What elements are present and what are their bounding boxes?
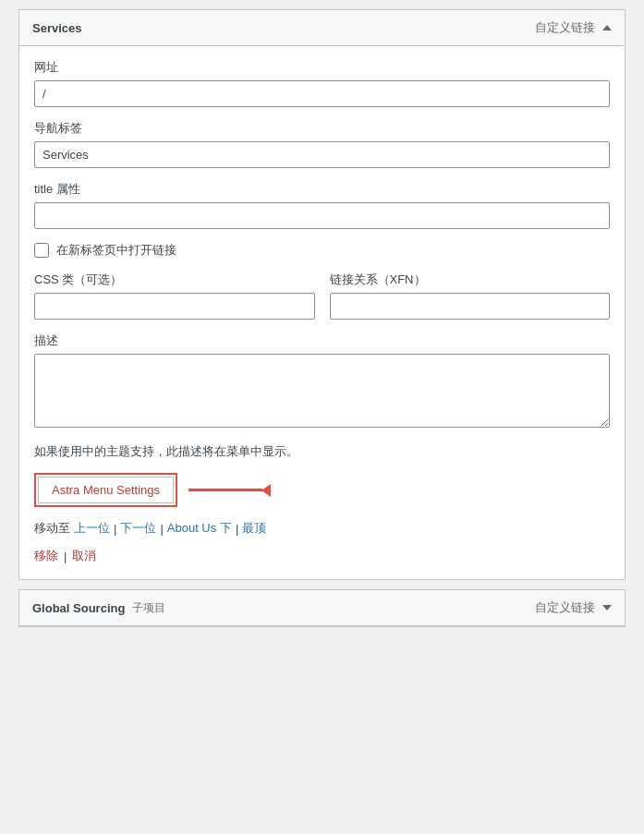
url-input[interactable] [34, 80, 610, 107]
arrow-indicator [185, 484, 271, 497]
global-sourcing-panel: Global Sourcing 子项目 自定义链接 [18, 589, 626, 627]
url-group: 网址 [34, 59, 610, 107]
collapse-icon [602, 25, 612, 30]
global-sourcing-title-group: Global Sourcing 子项目 [32, 600, 165, 616]
desc-label: 描述 [34, 332, 610, 349]
services-panel-header-right: 自定义链接 [535, 19, 612, 36]
global-sourcing-header[interactable]: Global Sourcing 子项目 自定义链接 [19, 590, 625, 626]
services-panel: Services 自定义链接 网址 导航标签 title 属性 [18, 9, 626, 580]
hint-text: 如果使用中的主题支持，此描述将在菜单中显示。 [34, 443, 610, 460]
nav-label-group: 导航标签 [34, 120, 610, 168]
action-links: 移除 | 取消 [34, 548, 610, 564]
move-links: 移动至 上一位 | 下一位 | About Us 下 | 最顶 [34, 520, 610, 537]
arrow-shaft [188, 489, 262, 491]
nav-sep-2: | [160, 522, 163, 536]
css-xfn-row: CSS 类（可选） 链接关系（XFN） [34, 272, 610, 320]
title-attr-input[interactable] [34, 202, 610, 229]
open-new-tab-checkbox[interactable] [34, 243, 49, 258]
link-rel-input[interactable] [330, 293, 611, 320]
css-class-label: CSS 类（可选） [34, 272, 315, 288]
move-top-link[interactable]: 最顶 [242, 520, 266, 537]
move-down-link[interactable]: 下一位 [120, 520, 156, 537]
link-rel-label: 链接关系（XFN） [330, 272, 611, 288]
cancel-link[interactable]: 取消 [72, 548, 96, 564]
services-panel-body: 网址 导航标签 title 属性 在新标签页中打开链接 CSS 类（可选） [19, 46, 625, 579]
title-attr-group: title 属性 [34, 181, 610, 229]
astra-menu-settings-button[interactable]: Astra Menu Settings [38, 477, 174, 503]
css-class-input[interactable] [34, 293, 315, 320]
nav-sep-3: | [236, 522, 238, 536]
desc-textarea[interactable] [34, 354, 610, 428]
arrow-head [261, 484, 271, 497]
custom-link-label: 自定义链接 [535, 19, 595, 36]
title-attr-label: title 属性 [34, 181, 610, 198]
services-panel-title: Services [32, 21, 82, 35]
action-sep: | [64, 550, 67, 563]
url-label: 网址 [34, 59, 610, 76]
open-new-tab-row: 在新标签页中打开链接 [34, 242, 610, 259]
move-about-us-link[interactable]: About Us 下 [167, 520, 232, 537]
astra-btn-row: Astra Menu Settings [34, 473, 610, 507]
move-up-link[interactable]: 上一位 [74, 520, 110, 537]
css-class-col: CSS 类（可选） [34, 272, 315, 320]
open-new-tab-label: 在新标签页中打开链接 [56, 242, 176, 259]
nav-label-label: 导航标签 [34, 120, 610, 137]
nav-sep-1: | [114, 522, 116, 536]
nav-label-input[interactable] [34, 141, 610, 168]
link-rel-col: 链接关系（XFN） [330, 272, 611, 320]
remove-link[interactable]: 移除 [34, 548, 58, 564]
subitem-badge: 子项目 [132, 600, 165, 616]
expand-icon [602, 605, 612, 610]
global-sourcing-header-right: 自定义链接 [535, 599, 612, 616]
global-sourcing-title: Global Sourcing [32, 601, 125, 615]
move-label: 移动至 [34, 520, 70, 537]
astra-btn-highlight-box: Astra Menu Settings [34, 473, 177, 507]
desc-group: 描述 [34, 332, 610, 430]
global-sourcing-custom-link-label: 自定义链接 [535, 599, 595, 616]
services-panel-header[interactable]: Services 自定义链接 [19, 10, 625, 46]
